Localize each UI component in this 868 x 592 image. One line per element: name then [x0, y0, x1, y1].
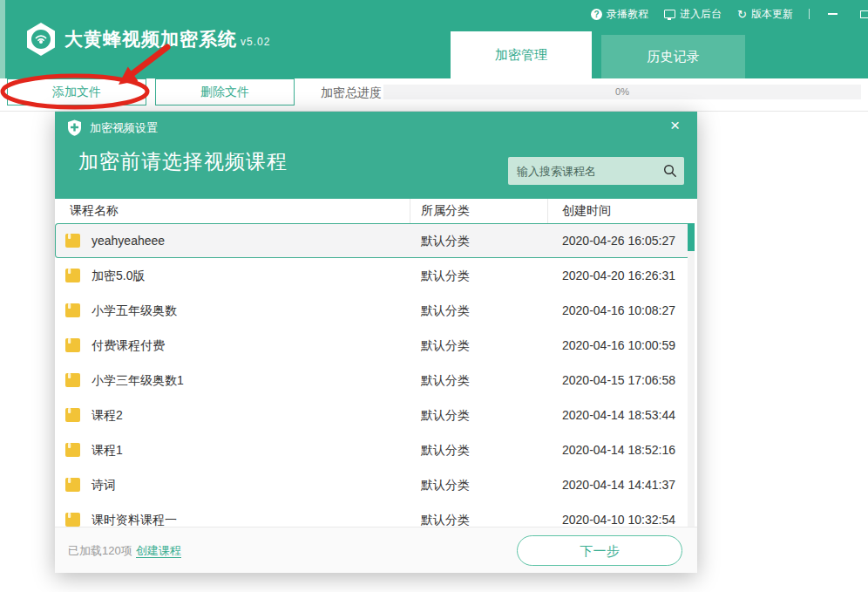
help-icon: ?: [591, 9, 602, 20]
search-icon[interactable]: [663, 164, 677, 178]
maximize-icon: [860, 10, 868, 18]
backend-label: 进入后台: [680, 7, 722, 22]
course-created-time: 2020-04-20 16:26:31: [562, 269, 675, 282]
course-category: 默认分类: [421, 234, 470, 249]
course-row[interactable]: 付费课程付费 默认分类 2020-04-16 10:00:59: [55, 328, 690, 363]
course-category: 默认分类: [421, 303, 470, 319]
course-name: 付费课程付费: [92, 338, 165, 354]
tutorial-link[interactable]: ? 录播教程: [591, 7, 648, 22]
dialog-title: 加密视频设置: [90, 120, 158, 136]
folder-icon: [65, 373, 80, 387]
course-name: 诗词: [92, 478, 116, 493]
course-category: 默认分类: [421, 478, 470, 493]
progress-label: 加密总进度: [321, 85, 382, 101]
folder-icon: [65, 234, 80, 248]
folder-icon: [65, 338, 80, 352]
course-created-time: 2020-04-16 10:00:59: [562, 338, 675, 352]
divider: [809, 9, 810, 19]
list-scrollbar[interactable]: [688, 223, 695, 527]
toolbar: 添加文件 删除文件 加密总进度 0%: [0, 78, 868, 112]
shield-plus-icon: [67, 119, 82, 136]
course-name: yeahyeaheee: [92, 234, 165, 248]
maximize-button[interactable]: [857, 7, 868, 21]
course-created-time: 2020-04-14 18:52:16: [562, 443, 675, 457]
course-row[interactable]: 小学五年级奥数 默认分类 2020-04-16 10:08:27: [55, 293, 690, 328]
update-label: 版本更新: [751, 7, 793, 22]
encryption-progress-bar: 0%: [383, 85, 861, 99]
course-category: 默认分类: [421, 269, 470, 284]
course-created-time: 2020-04-26 16:05:27: [562, 234, 675, 248]
delete-file-button[interactable]: 删除文件: [155, 78, 295, 105]
course-name: 课程2: [92, 408, 123, 424]
folder-icon: [65, 478, 80, 492]
folder-icon: [65, 269, 80, 282]
dialog-heading: 加密前请选择视频课程: [78, 148, 288, 175]
course-row[interactable]: 诗词 默认分类 2020-04-14 14:41:37: [55, 467, 690, 502]
tab-history[interactable]: 历史记录: [601, 35, 745, 78]
folder-icon: [65, 303, 80, 317]
course-category: 默认分类: [421, 443, 470, 459]
progress-percentage: 0%: [383, 85, 861, 99]
refresh-icon: ↻: [737, 9, 747, 20]
course-name: 小学三年级奥数1: [92, 373, 184, 389]
column-header-category: 所属分类: [421, 203, 470, 219]
table-header: 课程名称 所属分类 创建时间: [55, 199, 697, 223]
minimize-icon: [828, 13, 837, 15]
page-title: 大黄蜂视频加密系统v5.02: [64, 27, 270, 51]
dialog-header: 加密视频设置 × 加密前请选择视频课程: [55, 112, 697, 199]
course-name: 加密5.0版: [92, 269, 145, 284]
column-divider: [410, 199, 410, 223]
course-search-box: [508, 157, 684, 185]
course-category: 默认分类: [421, 338, 470, 354]
tab-encrypt-manage[interactable]: 加密管理: [451, 31, 592, 78]
course-created-time: 2020-04-14 18:53:44: [562, 408, 675, 422]
app-name: 大黄蜂视频加密系统: [64, 29, 237, 49]
course-row[interactable]: 课程2 默认分类 2020-04-14 18:53:44: [55, 398, 690, 432]
topbar-menu: ? 录播教程 进入后台 ↻ 版本更新 ×: [591, 5, 868, 23]
search-input[interactable]: [517, 157, 656, 185]
title-bar: 大黄蜂视频加密系统v5.02 ? 录播教程 进入后台 ↻ 版本更新 × 加密管理…: [0, 0, 868, 78]
column-header-name: 课程名称: [70, 203, 119, 219]
dialog-footer: 已加载120项创建课程 下一步: [55, 527, 697, 573]
window-edge-highlight: [0, 0, 5, 78]
course-category: 默认分类: [421, 408, 470, 424]
course-name: 课程1: [92, 443, 123, 459]
course-created-time: 2020-04-14 14:41:37: [562, 478, 675, 492]
folder-icon: [65, 443, 80, 457]
course-name: 小学五年级奥数: [92, 303, 177, 319]
monitor-icon: [664, 10, 675, 18]
course-created-time: 2020-04-16 10:08:27: [562, 303, 675, 317]
app-logo-icon: [24, 22, 58, 57]
course-category: 默认分类: [421, 373, 470, 389]
course-row[interactable]: 加密5.0版 默认分类 2020-04-20 16:26:31: [55, 258, 690, 293]
folder-icon: [65, 408, 80, 422]
course-row[interactable]: 课时资料课程一 默认分类 2020-04-10 10:32:54: [55, 502, 690, 527]
course-category: 默认分类: [421, 513, 470, 527]
minimize-button[interactable]: [825, 7, 841, 21]
scrollbar-thumb[interactable]: [688, 223, 695, 251]
encrypt-video-dialog: 加密视频设置 × 加密前请选择视频课程 课程名称 所属分类 创建时间 yeahy…: [55, 112, 697, 573]
create-course-link[interactable]: 创建课程: [136, 544, 181, 558]
loaded-count: 已加载120项创建课程: [68, 543, 181, 559]
course-name: 课时资料课程一: [92, 513, 177, 527]
loaded-count-text: 已加载120项: [68, 544, 132, 557]
course-row[interactable]: 小学三年级奥数1 默认分类 2020-04-15 17:06:58: [55, 363, 690, 398]
update-link[interactable]: ↻ 版本更新: [737, 7, 793, 22]
backend-link[interactable]: 进入后台: [664, 7, 722, 22]
folder-icon: [65, 513, 80, 527]
course-row[interactable]: 课程1 默认分类 2020-04-14 18:52:16: [55, 432, 690, 467]
column-divider: [547, 199, 548, 223]
tutorial-label: 录播教程: [607, 7, 648, 22]
dialog-close-icon[interactable]: ×: [670, 117, 680, 134]
app-version: v5.02: [241, 36, 270, 48]
course-created-time: 2020-04-10 10:32:54: [562, 513, 675, 527]
add-file-button[interactable]: 添加文件: [7, 78, 146, 105]
column-header-created: 创建时间: [562, 203, 611, 219]
course-list: yeahyeaheee 默认分类 2020-04-26 16:05:27 加密5…: [55, 223, 690, 527]
course-created-time: 2020-04-15 17:06:58: [562, 373, 675, 387]
course-row[interactable]: yeahyeaheee 默认分类 2020-04-26 16:05:27: [55, 223, 690, 258]
next-step-button[interactable]: 下一步: [517, 535, 682, 566]
